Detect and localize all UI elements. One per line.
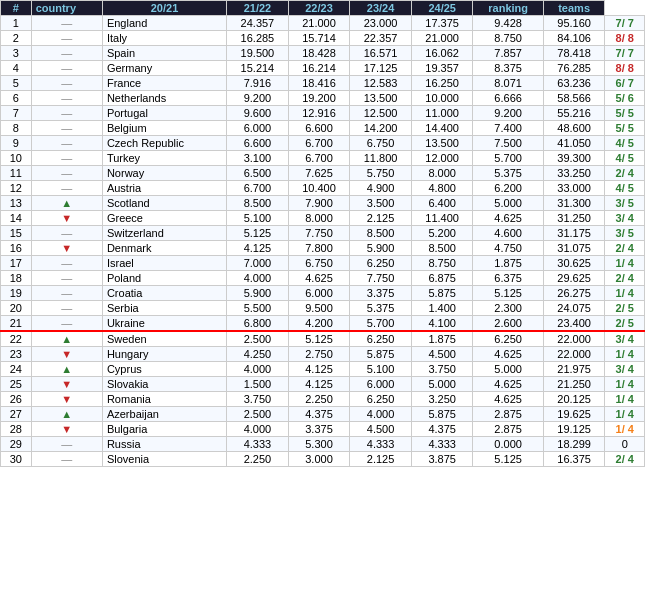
country-name: Spain — [102, 46, 226, 61]
rank-cell: 11 — [1, 166, 32, 181]
teams-cell: 2/ 4 — [605, 452, 645, 467]
country-name: Belgium — [102, 121, 226, 136]
y2223-cell: 6.000 — [350, 377, 412, 392]
table-row: 22▲Sweden2.5005.1256.2501.8756.25022.000… — [1, 331, 645, 347]
y2021-cell: 4.000 — [227, 271, 289, 286]
teams-cell: 3/ 5 — [605, 196, 645, 211]
table-row: 8—Belgium6.0006.60014.20014.4007.40048.6… — [1, 121, 645, 136]
y2425-cell: 2.875 — [473, 407, 543, 422]
country-name: Scotland — [102, 196, 226, 211]
rank-cell: 10 — [1, 151, 32, 166]
y2425-cell: 8.375 — [473, 61, 543, 76]
y2021-cell: 5.125 — [227, 226, 289, 241]
col-header-22-23: 22/23 — [288, 1, 350, 16]
table-row: 2—Italy16.28515.71422.35721.0008.75084.1… — [1, 31, 645, 46]
arrow-neutral-icon: — — [61, 167, 72, 179]
y2122-cell: 3.375 — [288, 422, 350, 437]
rank-cell: 22 — [1, 331, 32, 347]
arrow-up-icon: ▲ — [61, 408, 72, 420]
rank-cell: 14 — [1, 211, 32, 226]
y2324-cell: 12.000 — [411, 151, 473, 166]
country-name: Portugal — [102, 106, 226, 121]
trend-cell: — — [31, 452, 102, 467]
teams-cell: 5/ 5 — [605, 121, 645, 136]
arrow-up-icon: ▲ — [61, 333, 72, 345]
teams-cell: 5/ 6 — [605, 91, 645, 106]
y2324-cell: 11.400 — [411, 211, 473, 226]
col-header-24-25: 24/25 — [411, 1, 473, 16]
y2223-cell: 14.200 — [350, 121, 412, 136]
table-row: 27▲Azerbaijan2.5004.3754.0005.8752.87519… — [1, 407, 645, 422]
table-row: 15—Switzerland5.1257.7508.5005.2004.6003… — [1, 226, 645, 241]
y2324-cell: 17.375 — [411, 16, 473, 31]
trend-cell: — — [31, 181, 102, 196]
y2122-cell: 7.750 — [288, 226, 350, 241]
teams-cell: 1/ 4 — [605, 286, 645, 301]
rank-cell: 28 — [1, 422, 32, 437]
ranking-cell: 33.000 — [543, 181, 605, 196]
arrow-neutral-icon: — — [61, 152, 72, 164]
y2425-cell: 5.125 — [473, 286, 543, 301]
y2021-cell: 16.285 — [227, 31, 289, 46]
ranking-cell: 58.566 — [543, 91, 605, 106]
table-row: 17—Israel7.0006.7506.2508.7501.87530.625… — [1, 256, 645, 271]
ranking-cell: 22.000 — [543, 331, 605, 347]
y2425-cell: 4.600 — [473, 226, 543, 241]
y2122-cell: 7.625 — [288, 166, 350, 181]
rank-cell: 15 — [1, 226, 32, 241]
ranking-cell: 84.106 — [543, 31, 605, 46]
country-name: Israel — [102, 256, 226, 271]
ranking-cell: 48.600 — [543, 121, 605, 136]
rank-cell: 5 — [1, 76, 32, 91]
col-header-23-24: 23/24 — [350, 1, 412, 16]
y2223-cell: 13.500 — [350, 91, 412, 106]
teams-cell: 1/ 4 — [605, 256, 645, 271]
arrow-neutral-icon: — — [61, 272, 72, 284]
trend-cell: — — [31, 136, 102, 151]
teams-cell: 2/ 4 — [605, 271, 645, 286]
rank-cell: 24 — [1, 362, 32, 377]
trend-cell: — — [31, 226, 102, 241]
trend-cell: ▲ — [31, 331, 102, 347]
country-name: Italy — [102, 31, 226, 46]
y2223-cell: 5.750 — [350, 166, 412, 181]
teams-cell: 4/ 5 — [605, 181, 645, 196]
teams-cell: 3/ 4 — [605, 211, 645, 226]
arrow-down-icon: ▼ — [61, 378, 72, 390]
arrow-neutral-icon: — — [61, 257, 72, 269]
y2223-cell: 3.375 — [350, 286, 412, 301]
teams-cell: 2/ 5 — [605, 301, 645, 316]
arrow-down-icon: ▼ — [61, 212, 72, 224]
country-name: Norway — [102, 166, 226, 181]
table-row: 4—Germany15.21416.21417.12519.3578.37576… — [1, 61, 645, 76]
country-name: Poland — [102, 271, 226, 286]
y2425-cell: 5.700 — [473, 151, 543, 166]
y2425-cell: 4.625 — [473, 377, 543, 392]
y2122-cell: 6.750 — [288, 256, 350, 271]
country-name: Cyprus — [102, 362, 226, 377]
rank-cell: 13 — [1, 196, 32, 211]
table-row: 18—Poland4.0004.6257.7506.8756.37529.625… — [1, 271, 645, 286]
country-name: Serbia — [102, 301, 226, 316]
rank-cell: 27 — [1, 407, 32, 422]
trend-cell: — — [31, 91, 102, 106]
ranking-cell: 31.300 — [543, 196, 605, 211]
arrow-up-icon: ▲ — [61, 197, 72, 209]
y2223-cell: 11.800 — [350, 151, 412, 166]
arrow-neutral-icon: — — [61, 137, 72, 149]
y2021-cell: 3.100 — [227, 151, 289, 166]
country-name: Denmark — [102, 241, 226, 256]
trend-cell: — — [31, 76, 102, 91]
y2021-cell: 2.500 — [227, 407, 289, 422]
y2425-cell: 4.750 — [473, 241, 543, 256]
y2223-cell: 5.100 — [350, 362, 412, 377]
y2122-cell: 6.600 — [288, 121, 350, 136]
rankings-table: #country20/2121/2222/2323/2424/25ranking… — [0, 0, 645, 467]
trend-cell: — — [31, 16, 102, 31]
y2021-cell: 5.500 — [227, 301, 289, 316]
table-row: 25▼Slovakia1.5004.1256.0005.0004.62521.2… — [1, 377, 645, 392]
table-row: 11—Norway6.5007.6255.7508.0005.37533.250… — [1, 166, 645, 181]
y2425-cell: 8.750 — [473, 31, 543, 46]
country-name: Austria — [102, 181, 226, 196]
table-row: 21—Ukraine6.8004.2005.7004.1002.60023.40… — [1, 316, 645, 332]
